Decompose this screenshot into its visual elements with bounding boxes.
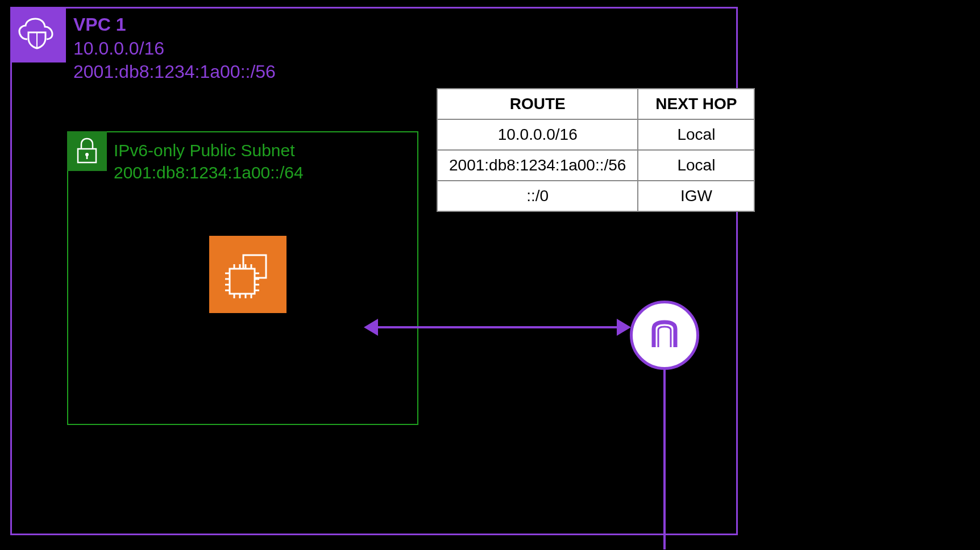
route-header: ROUTE <box>437 89 638 119</box>
subnet-ipv6-cidr: 2001:db8:1234:1a00::/64 <box>114 161 304 184</box>
vpc-cloud-shield-icon <box>17 18 59 52</box>
nexthop-cell: Local <box>638 150 754 181</box>
internet-gateway-icon <box>646 316 683 354</box>
igw-vertical-connector <box>663 369 666 549</box>
padlock-icon <box>76 138 98 165</box>
table-row: 2001:db8:1234:1a00::/56 Local <box>437 150 754 181</box>
vpc-ipv4-cidr: 10.0.0.0/16 <box>73 37 276 61</box>
route-cell: ::/0 <box>437 181 638 211</box>
vpc-label-block: VPC 1 10.0.0.0/16 2001:db8:1234:1a00::/5… <box>73 13 276 84</box>
route-cell: 2001:db8:1234:1a00::/56 <box>437 150 638 181</box>
ec2-instance <box>209 236 286 313</box>
subnet-icon-box <box>67 131 107 171</box>
table-row: ::/0 IGW <box>437 181 754 211</box>
nexthop-cell: IGW <box>638 181 754 211</box>
route-table: ROUTE NEXT HOP 10.0.0.0/16 Local 2001:db… <box>437 88 755 212</box>
nexthop-cell: Local <box>638 119 754 150</box>
public-subnet-boundary: IPv6-only Public Subnet 2001:db8:1234:1a… <box>67 131 418 425</box>
internet-gateway <box>630 301 699 370</box>
svg-rect-2 <box>86 155 88 159</box>
bidirectional-arrow <box>375 326 620 328</box>
table-row: 10.0.0.0/16 Local <box>437 119 754 150</box>
ec2-instance-icon <box>221 247 275 302</box>
vpc-title: VPC 1 <box>73 13 276 37</box>
subnet-title: IPv6-only Public Subnet <box>114 139 304 161</box>
route-cell: 10.0.0.0/16 <box>437 119 638 150</box>
svg-rect-4 <box>230 269 255 294</box>
subnet-label-block: IPv6-only Public Subnet 2001:db8:1234:1a… <box>114 139 304 184</box>
arrow-head-right <box>617 319 631 336</box>
nexthop-header: NEXT HOP <box>638 89 754 119</box>
vpc-boundary: VPC 1 10.0.0.0/16 2001:db8:1234:1a00::/5… <box>10 7 738 535</box>
vpc-ipv6-cidr: 2001:db8:1234:1a00::/56 <box>73 60 276 84</box>
route-table-header-row: ROUTE NEXT HOP <box>437 89 754 119</box>
vpc-icon-box <box>10 7 66 63</box>
